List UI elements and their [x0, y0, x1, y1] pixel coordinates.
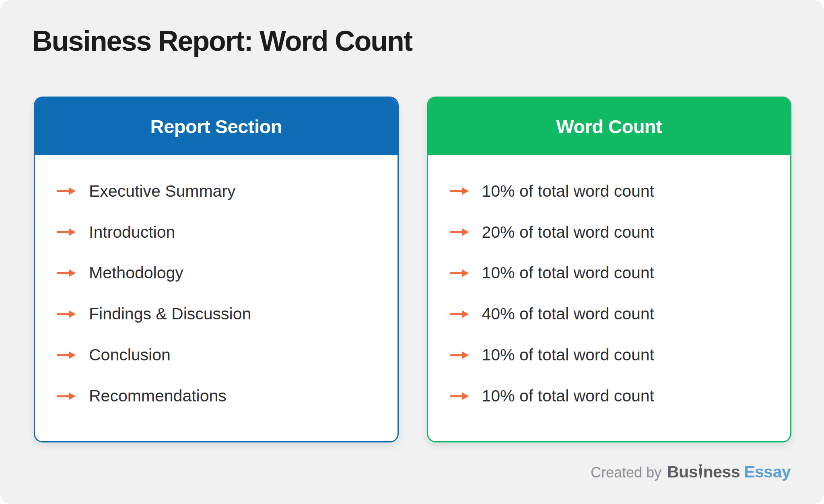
list-item: Introduction — [35, 223, 389, 242]
list-item: 10% of total word count — [428, 387, 783, 405]
list-item-label: 10% of total word count — [482, 346, 654, 364]
word-count-header: Word Count — [428, 98, 791, 155]
created-by-label: Created by — [591, 464, 661, 481]
list-item: 20% of total word count — [428, 223, 783, 242]
report-section-card: Report Section Executive Summary — [34, 97, 399, 442]
arrow-icon — [57, 227, 76, 237]
arrow-icon — [57, 350, 76, 360]
list-item-label: Findings & Discussion — [89, 304, 251, 323]
list-item: Executive Summary — [35, 182, 389, 201]
list-item-label: Conclusion — [89, 346, 171, 364]
brand-essay: Essay — [744, 463, 791, 481]
page-title: Business Report: Word Count — [32, 25, 412, 57]
arrow-icon — [57, 268, 76, 278]
word-count-card: Word Count 10% of total word count — [427, 97, 792, 442]
list-item: Methodology — [35, 263, 389, 282]
arrow-icon — [450, 186, 470, 196]
infographic-canvas: Business Report: Word Count Report Secti… — [0, 0, 824, 504]
arrow-icon — [57, 391, 76, 401]
arrow-icon — [57, 186, 76, 196]
arrow-icon — [450, 268, 470, 278]
list-item-label: 10% of total word count — [482, 182, 654, 201]
list-item-label: 20% of total word count — [482, 223, 654, 242]
arrow-icon — [450, 309, 470, 319]
list-item: Findings & Discussion — [35, 304, 389, 323]
arrow-icon — [57, 309, 76, 319]
arrow-icon — [450, 350, 470, 360]
cards-container: Report Section Executive Summary — [34, 97, 791, 442]
list-item-label: Executive Summary — [89, 182, 236, 201]
tie-icon — [698, 463, 703, 481]
list-item-label: Methodology — [89, 263, 183, 282]
list-item-label: 10% of total word count — [482, 387, 654, 405]
report-section-header: Report Section — [35, 98, 398, 155]
list-item: 10% of total word count — [428, 182, 783, 201]
list-item: Recommendations — [35, 387, 389, 405]
list-item-label: Introduction — [89, 223, 175, 242]
brand-business-prefix: Bus — [667, 463, 698, 481]
arrow-icon — [450, 391, 470, 401]
report-section-list: Executive Summary Introduction — [35, 155, 398, 441]
word-count-list: 10% of total word count 20% of total wor… — [428, 155, 791, 441]
attribution: Created by BusnessEssay — [591, 463, 791, 481]
list-item: 40% of total word count — [428, 304, 783, 323]
brand-business-suffix: ness — [703, 463, 740, 481]
list-item-label: 40% of total word count — [482, 304, 654, 323]
list-item: 10% of total word count — [428, 263, 783, 282]
brand-logo: BusnessEssay — [667, 463, 791, 481]
list-item-label: Recommendations — [89, 387, 227, 405]
arrow-icon — [450, 227, 470, 237]
brand-business: Busness — [667, 463, 740, 481]
list-item: Conclusion — [35, 346, 389, 364]
list-item: 10% of total word count — [428, 346, 783, 364]
list-item-label: 10% of total word count — [482, 263, 654, 282]
